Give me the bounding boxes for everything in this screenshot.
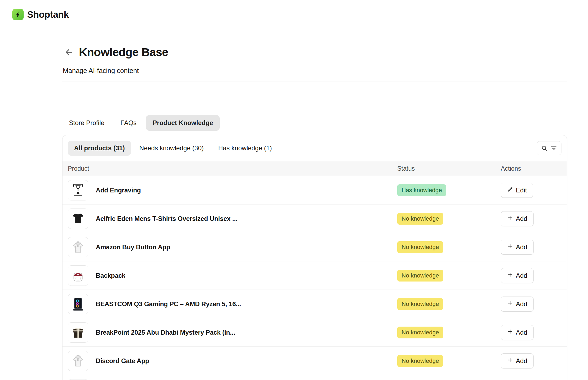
plus-icon [507,328,513,336]
product-cell: Discord Gate App [63,351,397,371]
tab-store-profile[interactable]: Store Profile [62,115,111,131]
table-row: Discord Gate App No knowledge Add [63,347,567,375]
add-button[interactable]: Add [501,325,534,340]
add-button[interactable]: Add [501,240,534,255]
card-toolbar: All products (31)Needs knowledge (30)Has… [63,135,567,161]
product-cell: BreakPoint 2025 Abu Dhabi Mystery Pack (… [63,322,397,343]
product-name: Discord Gate App [96,357,149,365]
knowledge-card: All products (31)Needs knowledge (30)Has… [62,135,567,380]
status-cell: Has knowledge [397,184,501,196]
page-container: Knowledge Base Manage AI-facing content … [62,46,567,380]
actions-cell: Edit [501,183,567,198]
pencil-icon [507,186,513,194]
filter-icon [550,145,557,152]
lightning-bolt-icon [14,11,21,18]
product-name: BEASTCOM Q3 Gaming PC – AMD Ryzen 5, 16.… [96,300,241,308]
shoptank-logo [12,9,24,20]
table-row: Aelfric Eden Mens T-Shirts Oversized Uni… [63,204,567,233]
product-cell: Add Engraving [63,180,397,200]
add-button[interactable]: Add [501,353,534,368]
add-button[interactable]: Add [501,211,534,226]
page-title: Knowledge Base [79,46,168,59]
filter-has-knowledge-1[interactable]: Has knowledge (1) [212,141,278,156]
actions-cell: Add [501,268,567,283]
status-cell: No knowledge [397,298,501,310]
column-header-status: Status [397,165,501,172]
status-badge: No knowledge [397,355,443,367]
gaming-pc-thumbnail [68,294,88,314]
arrow-left-icon [64,48,74,57]
column-header-actions: Actions [501,165,567,172]
search-filter-button[interactable] [537,141,561,155]
engraver-thumbnail [68,180,88,200]
table-row: Backpack No knowledge Add [63,261,567,290]
product-cell: Aelfric Eden Mens T-Shirts Oversized Uni… [63,209,397,229]
status-cell: No knowledge [397,355,501,367]
filter-needs-knowledge-30[interactable]: Needs knowledge (30) [133,141,210,156]
plus-icon [507,272,513,279]
table-row: Add Engraving Has knowledge Edit [63,176,567,204]
product-name: BreakPoint 2025 Abu Dhabi Mystery Pack (… [96,329,235,336]
actions-cell: Add [501,297,567,312]
filter-bar: All products (31)Needs knowledge (30)Has… [68,141,537,156]
app-title: Shoptank [27,9,69,20]
app-header: Shoptank [0,0,588,29]
column-header-product: Product [63,165,397,172]
plus-icon [507,300,513,308]
edit-button[interactable]: Edit [501,183,533,198]
actions-cell: Add [501,211,567,226]
status-cell: No knowledge [397,213,501,225]
actions-cell: Add [501,353,567,368]
tab-faqs[interactable]: FAQs [114,115,143,131]
tab-bar: Store ProfileFAQsProduct Knowledge [62,115,567,131]
page-head: Knowledge Base [62,46,567,59]
mystery-box-thumbnail [68,322,88,343]
table-row [63,375,567,380]
product-cell: Backpack [63,265,397,286]
tab-product-knowledge[interactable]: Product Knowledge [146,115,220,131]
plus-icon [507,215,513,222]
product-name: Aelfric Eden Mens T-Shirts Oversized Uni… [96,215,237,222]
table-row: BreakPoint 2025 Abu Dhabi Mystery Pack (… [63,318,567,347]
product-cell: BEASTCOM Q3 Gaming PC – AMD Ryzen 5, 16.… [63,294,397,314]
product-name: Backpack [96,272,125,279]
back-button[interactable] [63,46,75,59]
status-cell: No knowledge [397,270,501,282]
hoodie-white-thumbnail [68,351,88,371]
actions-cell: Add [501,240,567,255]
product-name: Add Engraving [96,187,141,194]
page-subtitle: Manage AI-facing content [63,67,567,75]
backpack-thumbnail [68,265,88,286]
tshirt-black-thumbnail [68,209,88,229]
status-badge: No knowledge [397,327,443,338]
table-row: Amazon Buy Button App No knowledge Add [63,233,567,261]
actions-cell: Add [501,325,567,340]
table-body: Add Engraving Has knowledge Edit Aelfric… [63,176,567,380]
status-badge: No knowledge [397,213,443,225]
status-cell: No knowledge [397,327,501,338]
plus-icon [507,357,513,365]
plus-icon [507,243,513,251]
status-badge: Has knowledge [397,184,446,196]
hoodie-white-thumbnail [68,237,88,257]
header-divider [62,82,567,82]
add-button[interactable]: Add [501,268,534,283]
status-badge: No knowledge [397,270,443,282]
status-badge: No knowledge [397,241,443,253]
status-cell: No knowledge [397,241,501,253]
product-cell: Amazon Buy Button App [63,237,397,257]
product-name: Amazon Buy Button App [96,243,170,251]
table-row: BEASTCOM Q3 Gaming PC – AMD Ryzen 5, 16.… [63,290,567,318]
search-icon [541,145,548,152]
add-button[interactable]: Add [501,297,534,312]
filter-all-products-31[interactable]: All products (31) [68,141,131,156]
status-badge: No knowledge [397,298,443,310]
table-header-row: ProductStatusActions [63,161,567,176]
